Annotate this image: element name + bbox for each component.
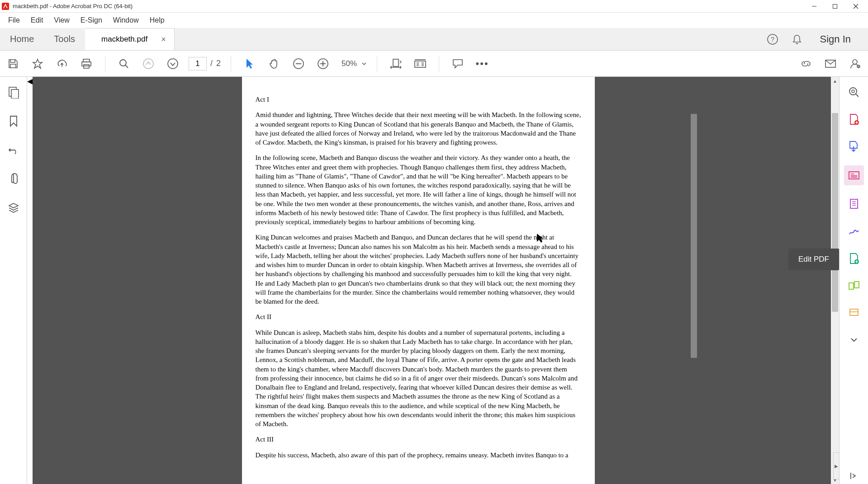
svg-point-13: [168, 59, 178, 69]
star-icon[interactable]: [29, 55, 46, 72]
bookmarks-icon[interactable]: [5, 113, 22, 129]
comment-icon[interactable]: [449, 55, 466, 72]
read-mode-icon[interactable]: [412, 55, 429, 72]
cloud-upload-icon[interactable]: [53, 55, 71, 72]
menu-edit[interactable]: Edit: [25, 14, 49, 27]
page-total: 2: [216, 59, 221, 68]
svg-rect-20: [415, 61, 426, 67]
svg-rect-9: [84, 65, 89, 68]
fill-sign-icon[interactable]: [846, 223, 862, 240]
tab-document[interactable]: mackbeth.pdf ×: [85, 28, 175, 50]
window-controls: [804, 0, 866, 13]
left-nav-rail: [0, 77, 27, 484]
zoom-dropdown[interactable]: 50%: [339, 57, 367, 70]
zoom-value: 50%: [339, 57, 360, 70]
organize-pages-icon[interactable]: [846, 196, 862, 212]
save-icon[interactable]: [5, 55, 22, 72]
page-up-icon[interactable]: [140, 55, 157, 72]
act1-p1: Amid thunder and lightning, Three Witche…: [256, 110, 581, 147]
document-viewport[interactable]: Act I Amid thunder and lightning, Three …: [33, 77, 839, 484]
acrobat-icon: [2, 3, 9, 10]
hand-tool-icon[interactable]: [266, 55, 283, 72]
outer-scroll-thumb[interactable]: [832, 113, 838, 312]
request-signatures-icon[interactable]: [846, 250, 862, 267]
act2-heading: Act II: [256, 312, 581, 321]
outer-scrollbar[interactable]: ▲ ▼: [831, 77, 839, 484]
selection-tool-icon[interactable]: [241, 55, 258, 72]
email-icon[interactable]: [822, 55, 839, 72]
stamp-icon[interactable]: [846, 305, 862, 321]
menu-esign[interactable]: E-Sign: [75, 14, 108, 27]
act1-p3: King Duncan welcomes and praises Macbeth…: [256, 233, 581, 306]
inner-scroll-thumb[interactable]: [691, 114, 697, 358]
inner-scrollbar[interactable]: [691, 114, 697, 358]
svg-point-10: [120, 60, 126, 66]
menu-window[interactable]: Window: [108, 14, 144, 27]
right-rail-collapse[interactable]: ▶: [833, 452, 840, 479]
search-tools-icon[interactable]: [846, 84, 862, 100]
menu-view[interactable]: View: [48, 14, 75, 27]
minimize-button[interactable]: [804, 0, 825, 13]
undo-icon[interactable]: [5, 142, 22, 158]
act1-heading: Act I: [256, 95, 581, 104]
tab-close-icon[interactable]: ×: [161, 35, 166, 44]
svg-rect-34: [11, 89, 19, 99]
tab-home[interactable]: Home: [0, 28, 44, 50]
main-area: ◀ Act I Amid thunder and lightning, Thre…: [0, 77, 868, 484]
page-current-input[interactable]: [189, 57, 207, 70]
svg-rect-19: [393, 59, 398, 66]
svg-rect-53: [854, 282, 859, 288]
page-sep: /: [210, 59, 213, 68]
more-tools-down-icon[interactable]: [846, 332, 862, 348]
svg-point-37: [852, 90, 854, 93]
svg-rect-8: [82, 62, 91, 66]
act3-heading: Act III: [256, 435, 581, 444]
close-button[interactable]: [845, 0, 866, 13]
thumbnails-icon[interactable]: [5, 84, 22, 100]
combine-files-icon[interactable]: [846, 277, 862, 294]
share-link-icon[interactable]: [797, 55, 815, 72]
tooltip-edit-pdf: Edit PDF: [788, 249, 839, 270]
pdf-page: Act I Amid thunder and lightning, Three …: [242, 77, 595, 484]
tab-document-label: mackbeth.pdf: [101, 35, 147, 44]
collapse-right-rail-icon[interactable]: [846, 468, 862, 484]
signin-link[interactable]: Sign In: [814, 33, 858, 45]
svg-point-12: [143, 59, 153, 69]
left-rail-collapse[interactable]: ◀: [27, 77, 33, 484]
svg-point-35: [849, 88, 857, 95]
notifications-icon[interactable]: [789, 32, 805, 47]
svg-rect-54: [850, 309, 858, 315]
fit-width-icon[interactable]: [387, 55, 404, 72]
svg-point-29: [853, 60, 857, 64]
zoom-out-icon[interactable]: [290, 55, 307, 72]
create-pdf-icon[interactable]: [846, 111, 862, 127]
zoom-in-icon[interactable]: [314, 55, 332, 72]
act3-p1: Despite his success, Macbeth, also aware…: [256, 451, 581, 460]
scroll-up-arrow[interactable]: ▲: [831, 77, 839, 85]
svg-line-36: [856, 94, 859, 97]
menu-file[interactable]: File: [3, 14, 25, 27]
more-tools-icon[interactable]: •••: [474, 55, 491, 72]
menubar: File Edit View E-Sign Window Help: [0, 13, 868, 28]
menu-help[interactable]: Help: [144, 14, 170, 27]
share-people-icon[interactable]: [846, 55, 863, 72]
svg-line-11: [125, 65, 128, 68]
right-tools-rail: ▶: [839, 77, 868, 484]
edit-pdf-icon[interactable]: [844, 165, 864, 185]
window-title: mackbeth.pdf - Adobe Acrobat Pro DC (64-…: [13, 3, 804, 9]
svg-text:?: ?: [770, 35, 774, 43]
chevron-down-icon: [361, 61, 367, 66]
export-pdf-icon[interactable]: [846, 138, 862, 155]
print-icon[interactable]: [78, 55, 95, 72]
titlebar: mackbeth.pdf - Adobe Acrobat Pro DC (64-…: [0, 0, 868, 13]
help-icon[interactable]: ?: [765, 32, 780, 47]
maximize-button[interactable]: [825, 0, 845, 13]
tab-tools[interactable]: Tools: [44, 28, 85, 50]
find-icon[interactable]: [115, 55, 133, 72]
page-down-icon[interactable]: [164, 55, 181, 72]
toolbar: / 2 50% •••: [0, 51, 868, 77]
attachments-icon[interactable]: [5, 171, 22, 187]
layers-icon[interactable]: [5, 200, 22, 216]
act1-p2: In the following scene, Macbeth and Banq…: [256, 153, 581, 226]
page-indicator: / 2: [189, 57, 221, 70]
